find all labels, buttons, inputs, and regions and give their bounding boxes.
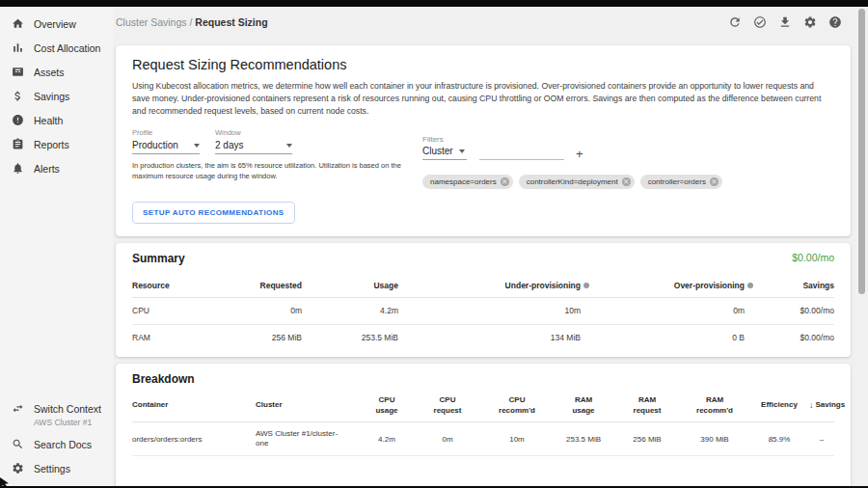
sidebar-item-savings[interactable]: Savings	[0, 84, 113, 108]
column-header: Usage	[302, 281, 398, 290]
switch-context-label: Switch Context	[34, 403, 101, 415]
savings-cell: $0.00/mo	[753, 306, 834, 315]
column-header: Resource	[132, 281, 219, 290]
column-header: Cluster	[256, 400, 360, 409]
sidebar-item-settings[interactable]: Settings	[0, 456, 113, 480]
sidebar-item-reports[interactable]: Reports	[0, 132, 113, 156]
gear-icon	[12, 462, 24, 474]
sidebar-item-label: Savings	[34, 91, 69, 102]
column-header: Container	[132, 400, 256, 409]
gear-icon[interactable]	[803, 15, 817, 29]
chevron-down-icon	[459, 149, 465, 153]
column-header-label: Over-provisioning	[674, 281, 745, 290]
table-row[interactable]: orders/orders:orders AWS Cluster #1/clus…	[132, 422, 834, 456]
swap-horiz-icon	[12, 402, 24, 415]
column-header[interactable]: RAMrecomm'd	[680, 394, 749, 416]
health-icon	[12, 114, 24, 126]
breadcrumb-separator: /	[189, 16, 192, 28]
chip-close-icon[interactable]: ✕	[622, 177, 631, 186]
scrollbar-track[interactable]	[855, 7, 868, 486]
column-header[interactable]: CPUusage	[360, 394, 414, 416]
ram-recommended-cell: 390 MiB	[680, 435, 749, 444]
chip-close-icon[interactable]: ✕	[501, 177, 509, 186]
window-label: Window	[215, 128, 292, 137]
scrollbar-thumb[interactable]	[858, 9, 865, 294]
requested-cell: 256 MiB	[219, 333, 302, 342]
cluster-cell: AWS Cluster #1/cluster-one	[256, 429, 360, 448]
sidebar-item-label: Cost Allocation	[34, 42, 100, 54]
filter-chip: controllerKind=deployment ✕	[519, 175, 635, 189]
column-header[interactable]: RAMusage	[553, 394, 614, 416]
sidebar-nav-list: Overview Cost Allocation Assets Savings …	[0, 12, 113, 180]
add-filter-button[interactable]: +	[576, 149, 583, 160]
filter-chip-label: namespace=orders	[430, 177, 497, 186]
sidebar-item-label: Search Docs	[34, 439, 92, 450]
mouse-cursor	[0, 477, 10, 488]
over-provisioning-cell: 0m	[589, 306, 753, 315]
sidebar-item-search-docs[interactable]: Search Docs	[0, 432, 113, 456]
filter-chip-label: controllerKind=deployment	[527, 177, 618, 186]
over-provisioning-cell: 0 B	[589, 333, 753, 342]
check-circle-icon[interactable]	[753, 15, 767, 29]
column-header: Under-provisioning	[398, 281, 589, 290]
breakdown-card: Breakdown Container Cluster CPUusage CPU…	[116, 364, 851, 488]
usage-cell: 4.2m	[302, 306, 398, 315]
savings-cell: $0.00/mo	[753, 333, 834, 342]
profile-window-controls: Profile Production Window 2 days In prod…	[132, 128, 421, 181]
reports-icon	[12, 138, 24, 150]
column-header[interactable]: Efficiency	[749, 400, 809, 409]
sort-desc-icon: ↓	[809, 400, 814, 410]
filter-type-value: Cluster	[422, 146, 453, 156]
sidebar-item-label: Alerts	[34, 163, 60, 175]
filter-value-input[interactable]	[479, 146, 564, 160]
sidebar-item-assets[interactable]: Assets	[0, 60, 113, 84]
sidebar-item-health[interactable]: Health	[0, 108, 113, 132]
column-header[interactable]: CPUrecomm'd	[481, 394, 553, 416]
request-sizing-card: Request Sizing Recommendations Using Kub…	[116, 45, 851, 236]
window-value: 2 days	[215, 140, 243, 150]
column-header[interactable]: CPUrequest	[414, 394, 481, 416]
chevron-down-icon	[286, 144, 292, 148]
sidebar-bottom: Switch Context AWS Cluster #1 Search Doc…	[0, 394, 113, 480]
sidebar-item-label: Health	[34, 115, 63, 126]
column-header: Over-provisioning	[589, 281, 753, 290]
setup-auto-recommendations-button[interactable]: SETUP AUTO RECOMMENDATIONS	[132, 202, 295, 224]
column-header-savings[interactable]: ↓ Savings	[809, 400, 845, 410]
under-provisioning-cell: 134 MiB	[398, 333, 589, 342]
container-cell: orders/orders:orders	[132, 435, 256, 444]
resource-cell: RAM	[132, 333, 219, 342]
sidebar-item-alerts[interactable]: Alerts	[0, 156, 113, 180]
sidebar-item-cost-allocation[interactable]: Cost Allocation	[0, 36, 113, 60]
refresh-icon[interactable]	[728, 15, 742, 29]
breadcrumb: Cluster Savings / Request Sizing	[116, 16, 268, 28]
sidebar-item-label: Assets	[34, 67, 65, 78]
summary-card: Summary $0.00/mo Resource Requested Usag…	[116, 243, 851, 357]
summary-total-savings: $0.00/mo	[792, 252, 834, 263]
ram-usage-cell: 253.5 MiB	[553, 435, 614, 444]
profile-select[interactable]: Production	[132, 140, 200, 154]
sidebar-item-label: Reports	[34, 139, 69, 150]
assets-icon	[12, 66, 24, 78]
table-row: RAM 256 MiB 253.5 MiB 134 MiB 0 B $0.00/…	[132, 325, 834, 352]
filter-chip: namespace=orders ✕	[422, 175, 513, 189]
requested-cell: 0m	[219, 306, 302, 315]
help-icon[interactable]	[828, 15, 842, 29]
summary-title: Summary	[132, 252, 185, 265]
sidebar-item-overview[interactable]: Overview	[0, 12, 113, 36]
sidebar-item-switch-context[interactable]: Switch Context AWS Cluster #1	[0, 394, 113, 432]
filters-section: Filters Cluster + namespace=orders ✕ con…	[422, 128, 722, 189]
breadcrumb-current: Request Sizing	[195, 16, 267, 28]
window-select-group: Window 2 days	[215, 128, 292, 154]
dollar-icon	[12, 90, 24, 102]
chip-close-icon[interactable]: ✕	[710, 177, 719, 186]
download-icon[interactable]	[778, 15, 792, 29]
breadcrumb-parent[interactable]: Cluster Savings	[116, 16, 187, 28]
table-row: CPU 0m 4.2m 10m 0m $0.00/mo	[132, 298, 834, 325]
window-select[interactable]: 2 days	[215, 140, 292, 154]
filter-type-select[interactable]: Cluster	[422, 146, 467, 160]
cpu-usage-cell: 4.2m	[360, 435, 414, 444]
home-icon	[12, 17, 24, 30]
filter-chips: namespace=orders ✕ controllerKind=deploy…	[422, 175, 722, 189]
column-header[interactable]: RAMrequest	[614, 394, 680, 416]
chevron-down-icon	[194, 144, 200, 148]
